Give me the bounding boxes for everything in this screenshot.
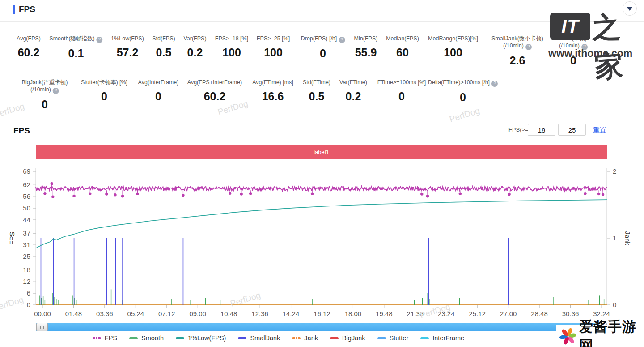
- chart-label-banner: label1: [36, 145, 607, 159]
- metric-label: Median(FPS): [386, 35, 419, 42]
- y-axis-tick-label: 31: [23, 241, 30, 248]
- series-fps-line: [36, 187, 607, 191]
- metric-value: 0.1: [49, 47, 102, 60]
- metric-value: 100: [428, 46, 478, 59]
- x-axis-tick-label: 25:12: [469, 310, 486, 317]
- legend-item-bigjank[interactable]: BigJank: [330, 334, 365, 342]
- metric-label: FPS>=25 [%]: [257, 35, 290, 42]
- fps-dip-marker: [51, 182, 53, 185]
- metric-value: 0: [138, 90, 179, 103]
- metric-label: Drop(FPS) [/h]?: [301, 35, 345, 43]
- metric-label: Delta(FTime)>100ms [/h]?: [428, 79, 498, 87]
- metric-label: Smooth(稳帧指数)?: [49, 35, 102, 43]
- metric-jank-10min: Jank(卡顿) (/10min)?0: [559, 35, 588, 67]
- y-axis-tick-label: 50: [23, 204, 30, 212]
- legend-item-smooth[interactable]: Smooth: [129, 334, 164, 342]
- fps-threshold-input-1[interactable]: [528, 124, 555, 136]
- metric-label: Avg(FPS): [17, 35, 41, 42]
- metric-label: Jank(卡顿) (/10min)?: [559, 35, 588, 50]
- legend-item-1%low-fps-[interactable]: 1%Low(FPS): [176, 334, 226, 342]
- metric-value: 55.9: [354, 46, 378, 59]
- metric-avg-interframe: Avg(InterFrame)0: [138, 79, 179, 103]
- help-icon[interactable]: ?: [53, 88, 59, 94]
- metric-label: FPS>=18 [%]: [215, 35, 248, 42]
- help-icon[interactable]: ?: [525, 44, 532, 50]
- y-axis-tick-label: 0: [27, 301, 30, 308]
- help-icon[interactable]: ?: [581, 44, 588, 50]
- chart-section-title: FPS: [13, 126, 30, 136]
- perfdog-fps-panel: FPS Avg(FPS)60.2Smooth(稳帧指数)?0.11%Low(FP…: [0, 0, 644, 347]
- legend-label: FPS: [105, 334, 117, 342]
- title-accent-bar: [13, 5, 15, 14]
- metric-value: 0: [301, 47, 345, 60]
- legend-label: 1%Low(FPS): [188, 334, 226, 342]
- metric-value: 16.6: [252, 90, 293, 103]
- scrollbar-left-handle[interactable]: [36, 323, 48, 331]
- fps-dip-marker: [136, 192, 139, 195]
- fps-threshold-input-2[interactable]: [558, 124, 586, 136]
- metric-value: 0.2: [339, 90, 367, 103]
- ithome-calligraphy: 之家: [590, 5, 644, 87]
- metric-value: 0: [22, 98, 68, 111]
- legend-item-jank[interactable]: Jank: [292, 334, 318, 342]
- fps-dip-marker: [584, 192, 586, 195]
- collapse-button[interactable]: [623, 1, 637, 16]
- y-axis-tick-label: 12: [23, 278, 30, 285]
- metric-label: Var(FPS): [183, 35, 206, 42]
- y-axis-tick-label: 69: [23, 167, 30, 175]
- legend-item-stutter[interactable]: Stutter: [377, 334, 409, 342]
- metric-label: SmallJank(微小卡顿) (/10min)?: [491, 35, 543, 50]
- legend-item-smalljank[interactable]: SmallJank: [238, 334, 280, 342]
- metric-label: Avg(FTime) [ms]: [252, 79, 293, 86]
- x-axis-tick-label: 12:36: [251, 310, 268, 317]
- metric-label: MedRange(FPS)[%]: [428, 35, 478, 42]
- fps-chart: 6962565044373125181260210FPSJank00:0001:…: [0, 161, 644, 320]
- fps-dip-marker: [508, 193, 510, 196]
- metric-label: Avg(FPS+InterFrame): [187, 79, 242, 86]
- x-axis-tick-label: 32:24: [593, 310, 610, 317]
- metric-value: 0: [377, 90, 426, 103]
- metric-value: 0: [81, 90, 127, 103]
- reset-link[interactable]: 重置: [593, 126, 606, 134]
- help-icon[interactable]: ?: [339, 37, 345, 43]
- fps-dip-marker: [105, 193, 108, 195]
- x-axis-tick-label: 23:24: [438, 310, 455, 317]
- metric-smooth: Smooth(稳帧指数)?0.1: [49, 35, 102, 60]
- metric-delta-ftime-100ms-h: Delta(FTime)>100ms [/h]?0: [428, 79, 498, 104]
- jank-axis-tick-label: 0: [613, 301, 616, 308]
- aijiang-logo: 爱酱手游网: [556, 325, 644, 347]
- x-axis-tick-label: 10:48: [220, 310, 237, 317]
- legend-marker: [129, 337, 138, 339]
- x-axis-tick-label: 03:36: [96, 310, 113, 317]
- fps-dip-marker: [89, 192, 91, 195]
- legend-item-interframe[interactable]: InterFrame: [420, 334, 464, 342]
- fps-threshold-label: FPS(>=): [508, 126, 530, 133]
- metric-stutter-%: Stutter(卡顿率) [%]0: [81, 79, 127, 103]
- x-axis-tick-label: 07:12: [158, 310, 175, 317]
- help-icon[interactable]: ?: [97, 37, 103, 43]
- fps-dip-marker: [249, 192, 252, 195]
- legend-marker: [292, 337, 301, 339]
- chart-scrollbar-track[interactable]: [36, 323, 607, 331]
- perfdog-watermark: PerfDog: [448, 106, 481, 124]
- help-icon[interactable]: ?: [491, 81, 498, 87]
- metric-value: 60: [386, 46, 419, 59]
- pinwheel-icon: [559, 326, 576, 346]
- y-axis-tick-label: 18: [23, 266, 30, 274]
- banner-text: label1: [314, 149, 329, 155]
- y-axis-tick-label: 6: [27, 289, 30, 297]
- legend-marker: [330, 337, 339, 339]
- metric-std-ftime: Std(FTime)0.5: [303, 79, 330, 103]
- x-axis-tick-label: 14:24: [283, 310, 300, 317]
- metric-value: 60.2: [187, 90, 242, 103]
- metric-label: BigJank(严重卡顿) (/10min)?: [22, 79, 68, 94]
- x-axis-tick-label: 27:00: [500, 310, 517, 317]
- x-axis-tick-label: 09:00: [189, 310, 206, 317]
- series-1low-line: [36, 200, 607, 248]
- legend-item-fps[interactable]: FPS: [93, 334, 117, 342]
- metric-bigjank-10min: BigJank(严重卡顿) (/10min)?0: [22, 79, 68, 111]
- y-axis-tick-label: 44: [23, 216, 30, 223]
- y-axis-tick-label: 62: [23, 181, 30, 188]
- legend-marker: [377, 337, 386, 339]
- x-axis-tick-label: 01:48: [65, 310, 82, 317]
